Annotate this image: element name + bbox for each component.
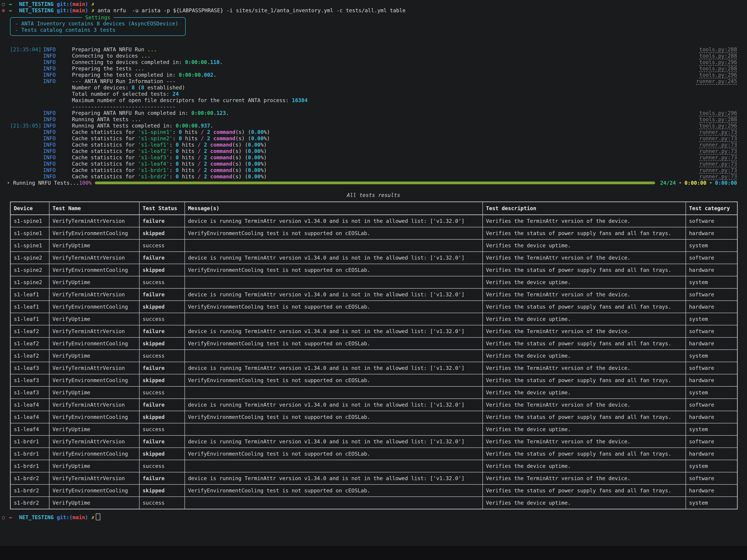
- source-file-link[interactable]: runner.py:73: [699, 173, 737, 180]
- log-level: INFO: [43, 135, 72, 142]
- log-message-segment: [207, 167, 210, 173]
- test-name-cell: VerifyUptime: [49, 239, 139, 252]
- category-cell: hardware: [686, 374, 738, 386]
- log-message-segment: (s) (: [235, 129, 251, 135]
- source-file-link[interactable]: tools.py:288: [699, 46, 737, 53]
- source-file-link[interactable]: tools.py:288: [699, 65, 737, 72]
- log-message: Total number of selected tests: 24: [72, 91, 737, 97]
- log-message: Cache statistics for 's1-leaf4': 0 hits …: [72, 161, 699, 167]
- prompt-git-branch: main: [72, 7, 85, 14]
- log-message-segment: Running ANTA tests: [72, 117, 132, 122]
- test-name-cell: VerifyTerminAttrVersion: [49, 325, 139, 337]
- category-cell: hardware: [686, 411, 738, 423]
- source-file-link[interactable]: tools.py:296: [699, 72, 737, 78]
- log-message-segment: 0: [176, 161, 179, 167]
- log-message-segment: /: [201, 135, 204, 142]
- log-line: INFOCache statistics for 's1-leaf4': 0 h…: [10, 161, 737, 167]
- test-name-cell: VerifyEnvironmentCooling: [49, 337, 139, 350]
- description-cell: Verifies the device uptime.: [483, 350, 686, 362]
- prompt-directory: NET_TESTING: [19, 1, 54, 7]
- prompt-git-close: ): [85, 1, 88, 7]
- results-table-title: All tests results: [10, 192, 737, 198]
- log-timestamp: [10, 72, 43, 78]
- message-cell: VerifyEnvironmentCooling test is not sup…: [185, 227, 483, 239]
- source-file-link[interactable]: tools.py:288: [699, 53, 737, 59]
- test-status-cell: skipped: [139, 337, 185, 350]
- log-message-segment: .: [210, 123, 213, 129]
- log-message: Preparing the tests ...: [72, 65, 699, 72]
- source-file-link[interactable]: runner.py:73: [699, 142, 737, 148]
- prompt-error-status-icon: ⊗: [2, 7, 9, 14]
- log-message-segment: ---------------------------------: [72, 104, 176, 109]
- category-cell: system: [686, 239, 738, 252]
- message-cell: [185, 350, 483, 362]
- log-line: [21:35:05]INFORunning ANTA tests complet…: [10, 123, 737, 129]
- category-cell: system: [686, 460, 738, 472]
- source-file-link[interactable]: runner.py:73: [699, 148, 737, 154]
- log-message-segment: (s) (: [232, 154, 248, 160]
- log-message-segment: (s) (: [232, 174, 248, 179]
- log-level: INFO: [43, 161, 72, 167]
- table-row: s1-brdr2VerifyEnvironmentCoolingskippedV…: [10, 484, 738, 497]
- table-row: s1-spine1VerifyEnvironmentCoolingskipped…: [10, 227, 738, 239]
- log-message: ---------------------------------: [72, 103, 737, 110]
- prompt-status-icon: ○: [2, 1, 9, 7]
- log-message-segment: Connecting to devices: [72, 53, 141, 59]
- log-message-segment: Total number of selected tests:: [72, 91, 173, 97]
- log-message: Cache statistics for 's1-brdr2': 0 hits …: [72, 173, 699, 180]
- message-cell: device is running TerminAttr version v1.…: [185, 325, 483, 337]
- log-message-segment: 8: [132, 85, 135, 91]
- category-cell: system: [686, 423, 738, 435]
- progress-remaining-time: 0:00:00: [715, 180, 737, 186]
- log-message-segment: (s) (: [232, 161, 248, 167]
- test-status-cell: success: [139, 239, 185, 252]
- source-file-link[interactable]: tools.py:296: [699, 123, 737, 129]
- log-message-segment: 0.00: [248, 174, 260, 179]
- log-timestamp: [10, 84, 43, 91]
- results-table-header: DeviceTest NameTest StatusMessage(s)Test…: [10, 202, 738, 215]
- log-level: INFO: [43, 59, 72, 65]
- source-file-link[interactable]: runner.py:73: [699, 129, 737, 135]
- log-message-segment: command: [213, 135, 235, 142]
- description-cell: Verifies the TerminAttr version of the d…: [483, 325, 686, 337]
- source-file-link[interactable]: runner.py:73: [699, 161, 737, 167]
- source-file-link[interactable]: tools.py:296: [699, 110, 737, 116]
- settings-panel: Settings - ANTA Inventory contains 8 dev…: [10, 17, 186, 36]
- table-row: s1-leaf4VerifyTerminAttrVersionfailurede…: [10, 399, 738, 411]
- log-message-segment: [207, 174, 210, 179]
- source-file-link[interactable]: tools.py:288: [699, 116, 737, 123]
- table-row: s1-brdr2VerifyTerminAttrVersionfailurede…: [10, 472, 738, 484]
- test-name-cell: VerifyEnvironmentCooling: [49, 227, 139, 239]
- log-message-segment: %): [260, 174, 267, 179]
- description-cell: Verifies the device uptime.: [483, 423, 686, 435]
- progress-count: 24/24: [660, 180, 676, 186]
- log-message-segment: :: [169, 142, 176, 148]
- source-file-link[interactable]: tools.py:296: [699, 59, 737, 65]
- log-timestamp: [10, 97, 43, 103]
- table-row: s1-spine1VerifyTerminAttrVersionfailured…: [10, 215, 738, 227]
- test-name-cell: VerifyUptime: [49, 386, 139, 399]
- log-message-segment: 0: [176, 174, 179, 179]
- test-name-cell: VerifyTerminAttrVersion: [49, 215, 139, 227]
- source-file-link[interactable]: runner.py:73: [699, 154, 737, 161]
- device-cell: s1-leaf3: [10, 374, 49, 386]
- device-cell: s1-leaf1: [10, 288, 49, 301]
- log-message: Running ANTA tests ...: [72, 116, 699, 123]
- log-message: Number of devices: 8 (8 established): [72, 84, 737, 91]
- terminal-cursor[interactable]: [96, 513, 100, 520]
- log-message-segment: ...: [147, 47, 157, 52]
- message-cell: device is running TerminAttr version v1.…: [185, 288, 483, 301]
- log-message-segment: 2: [204, 142, 207, 148]
- category-cell: software: [686, 472, 738, 484]
- progress-separator-icon: •: [676, 180, 685, 186]
- source-file-link[interactable]: runner.py:73: [699, 135, 737, 142]
- progress-bullet-icon: •: [7, 180, 10, 186]
- table-row: s1-leaf3VerifyTerminAttrVersionfailurede…: [10, 362, 738, 374]
- source-file-link[interactable]: runner.py:73: [699, 167, 737, 173]
- source-file-link[interactable]: runner.py:245: [696, 78, 737, 84]
- test-status-cell: failure: [139, 215, 185, 227]
- log-message-segment: Connecting to devices completed in:: [72, 59, 185, 65]
- log-timestamp: [10, 161, 43, 167]
- log-message-segment: Cache statistics for: [72, 148, 138, 154]
- log-message-segment: 123: [216, 110, 226, 116]
